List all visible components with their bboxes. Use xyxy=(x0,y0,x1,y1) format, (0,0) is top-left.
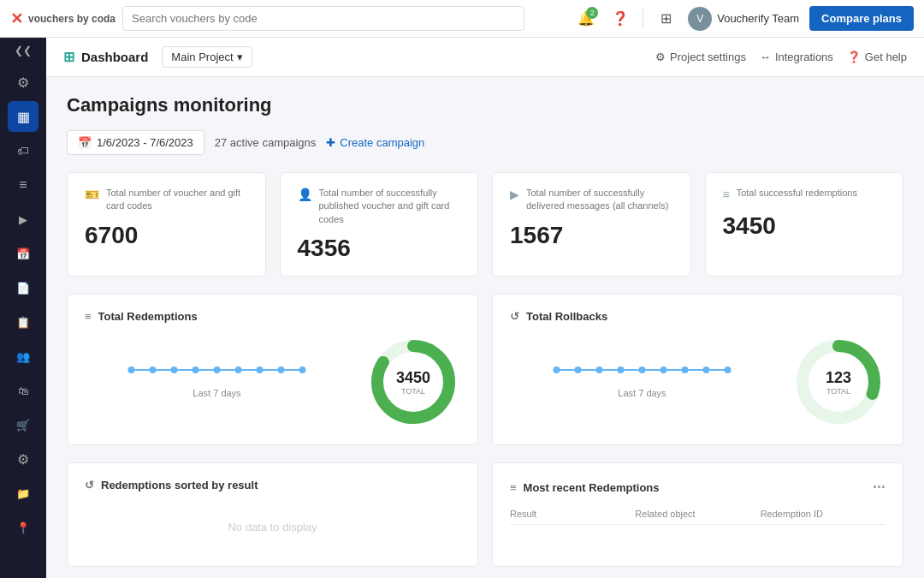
sidebar-item-docs[interactable]: 📄 xyxy=(8,272,38,303)
project-selector[interactable]: Main Project ▾ xyxy=(162,46,252,68)
rollbacks-title: ↺ Total Rollbacks xyxy=(510,310,886,323)
stat-label-1: 👤 Total number of successfully published… xyxy=(298,187,461,226)
svg-point-7 xyxy=(257,366,264,373)
rollbacks-donut-sub: TOTAL xyxy=(826,387,851,396)
sidebar-item-settings[interactable]: ⚙ xyxy=(8,67,38,98)
settings-icon: ⚙ xyxy=(655,51,666,63)
svg-point-2 xyxy=(150,366,157,373)
recent-redemptions-card: ≡ Most recent Redemptions ··· Result Rel… xyxy=(492,462,903,567)
subheader-title: ⊞ Dashboard xyxy=(63,49,148,65)
search-input[interactable] xyxy=(122,6,524,31)
sidebar-item-pages[interactable]: 📋 xyxy=(8,307,38,337)
sidebar-item-send[interactable]: ▶ xyxy=(8,204,38,235)
integrations-link[interactable]: ↔ Integrations xyxy=(760,51,833,63)
redemptions-chart-card: ≡ Total Redemptions xyxy=(67,294,478,445)
subheader-actions: ⚙ Project settings ↔ Integrations ❓ Get … xyxy=(655,51,907,63)
rollbacks-donut-value: 123 xyxy=(826,369,851,387)
create-campaign-label: Create campaign xyxy=(340,136,424,149)
sidebar-item-gear2[interactable]: ⚙ xyxy=(8,444,38,474)
more-options-button[interactable]: ··· xyxy=(873,479,886,497)
svg-point-15 xyxy=(596,366,603,373)
no-data-message: No data to display xyxy=(85,504,460,551)
page-title: Campaigns monitoring xyxy=(67,94,903,116)
project-settings-link[interactable]: ⚙ Project settings xyxy=(655,51,746,63)
rollbacks-chart-card: ↺ Total Rollbacks xyxy=(492,294,903,445)
sorted-title: ↺ Redemptions sorted by result xyxy=(85,479,460,492)
svg-point-16 xyxy=(618,366,625,373)
plus-icon: ✚ xyxy=(326,136,335,149)
svg-point-18 xyxy=(660,366,667,373)
user-menu[interactable]: V Voucherify Team xyxy=(688,7,799,31)
main-content: ⊞ Dashboard Main Project ▾ ⚙ Project set… xyxy=(46,38,924,578)
sidebar-toggle[interactable]: ❮❮ xyxy=(15,45,32,57)
sorted-icon: ↺ xyxy=(85,479,94,492)
date-range-value: 1/6/2023 - 7/6/2023 xyxy=(97,136,193,149)
stat-value-2: 1567 xyxy=(510,222,673,249)
layout: ❮❮ ⚙ ▦ 🏷 ≡ ▶ 📅 📄 📋 👥 🛍 🛒 ⚙ 📁 📍 ⊞ Dashboa… xyxy=(0,38,924,578)
chevron-down-icon: ▾ xyxy=(237,51,243,63)
col-related-object: Related object xyxy=(635,509,760,519)
rollbacks-donut: 123 TOTAL xyxy=(791,335,886,429)
stat-value-3: 3450 xyxy=(723,212,886,240)
sidebar-item-location[interactable]: 📍 xyxy=(8,512,38,543)
redemptions-title: ≡ Total Redemptions xyxy=(85,310,460,323)
topbar-right: 🔔 2 ❓ ⊞ V Voucherify Team Compare plans xyxy=(574,6,914,31)
filter-bar: 📅 1/6/2023 - 7/6/2023 27 active campaign… xyxy=(67,130,903,155)
stat-value-0: 6700 xyxy=(85,222,248,249)
stat-label-2: ▶ Total number of successfully delivered… xyxy=(510,187,673,213)
help-icon: ❓ xyxy=(612,10,629,27)
compare-plans-button[interactable]: Compare plans xyxy=(809,6,914,31)
rollbacks-timeline-svg xyxy=(510,366,774,374)
rollbacks-chart-left: Last 7 days xyxy=(510,366,774,398)
redemptions-chart-left: Last 7 days xyxy=(85,366,349,398)
topbar: ✕ vouchers by coda 🔔 2 ❓ ⊞ V Voucherify … xyxy=(0,0,924,38)
stat-label-0: 🎫 Total number of voucher and gift card … xyxy=(85,187,248,213)
sidebar-item-dashboard[interactable]: ▦ xyxy=(8,101,38,132)
recent-title: ≡ Most recent Redemptions ··· xyxy=(510,479,886,497)
svg-point-9 xyxy=(299,366,306,373)
sidebar-item-files[interactable]: 📁 xyxy=(8,478,38,509)
create-campaign-button[interactable]: ✚ Create campaign xyxy=(326,136,424,149)
date-range-button[interactable]: 📅 1/6/2023 - 7/6/2023 xyxy=(67,130,204,155)
rollbacks-icon: ↺ xyxy=(510,310,519,323)
svg-point-21 xyxy=(725,366,732,373)
redemption-icon: ≡ xyxy=(723,187,730,204)
project-settings-label: Project settings xyxy=(670,51,746,63)
redemptions-donut: 3450 TOTAL xyxy=(366,335,460,429)
content-area: Campaigns monitoring 📅 1/6/2023 - 7/6/20… xyxy=(46,77,924,578)
bottom-row: ↺ Redemptions sorted by result No data t… xyxy=(67,462,903,567)
sidebar-item-tags[interactable]: 🏷 xyxy=(8,135,38,166)
help-button[interactable]: ❓ xyxy=(608,7,632,31)
apps-button[interactable]: ⊞ xyxy=(654,7,678,31)
stat-value-1: 4356 xyxy=(298,235,461,262)
svg-point-4 xyxy=(192,366,199,373)
svg-point-20 xyxy=(703,366,710,373)
sidebar-item-list[interactable]: ≡ xyxy=(8,170,38,200)
col-redemption-id: Redemption ID xyxy=(761,509,886,519)
stat-card-2: ▶ Total number of successfully delivered… xyxy=(492,172,691,277)
user-name: Voucherify Team xyxy=(717,12,799,25)
notification-button[interactable]: 🔔 2 xyxy=(574,7,598,31)
sidebar-item-calendar[interactable]: 📅 xyxy=(8,238,38,269)
sidebar-item-products[interactable]: 🛍 xyxy=(8,375,38,406)
redemptions-chart-inner: Last 7 days 3450 TOTAL xyxy=(85,335,460,429)
avatar: V xyxy=(688,7,712,31)
redemptions-icon: ≡ xyxy=(85,310,92,323)
svg-point-19 xyxy=(682,366,689,373)
svg-point-1 xyxy=(128,366,135,373)
send-icon: ▶ xyxy=(510,187,519,204)
redemptions-donut-value: 3450 xyxy=(396,369,430,387)
sorted-redemptions-card: ↺ Redemptions sorted by result No data t… xyxy=(67,462,478,567)
redemptions-donut-sub: TOTAL xyxy=(396,387,430,396)
sidebar-item-team[interactable]: 👥 xyxy=(8,341,38,372)
svg-point-3 xyxy=(171,366,178,373)
sidebar-item-orders[interactable]: 🛒 xyxy=(8,409,38,440)
svg-point-5 xyxy=(214,366,221,373)
search-container xyxy=(122,6,524,31)
get-help-link[interactable]: ❓ Get help xyxy=(847,51,907,63)
stat-card-0: 🎫 Total number of voucher and gift card … xyxy=(67,172,266,277)
user-icon: 👤 xyxy=(298,187,312,204)
svg-point-6 xyxy=(235,366,242,373)
sidebar: ❮❮ ⚙ ▦ 🏷 ≡ ▶ 📅 📄 📋 👥 🛍 🛒 ⚙ 📁 📍 xyxy=(0,38,46,578)
active-campaigns-count: 27 xyxy=(215,136,227,149)
